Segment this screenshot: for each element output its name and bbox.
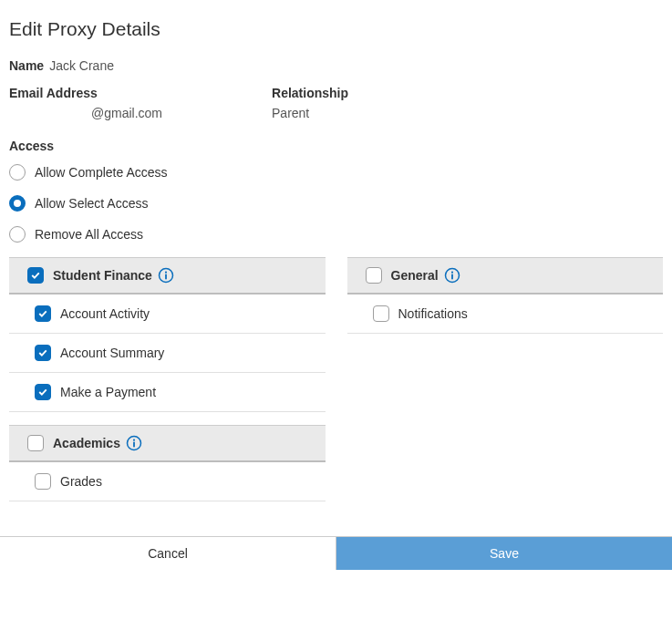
access-label: Access	[9, 139, 663, 153]
footer: Cancel Save	[0, 536, 672, 570]
checkbox-general[interactable]	[366, 267, 382, 284]
svg-point-7	[451, 272, 453, 274]
checkbox-make-payment[interactable]	[35, 384, 51, 400]
item-label: Make a Payment	[60, 385, 156, 399]
checkbox-grades[interactable]	[35, 473, 51, 490]
radio-icon	[9, 226, 26, 243]
item-make-payment: Make a Payment	[9, 373, 326, 412]
group-student-finance: Student Finance Account Activity Accoun	[9, 257, 326, 412]
radio-remove-access[interactable]: Remove All Access	[9, 226, 663, 243]
item-account-summary: Account Summary	[9, 334, 326, 373]
info-icon[interactable]	[444, 267, 460, 284]
checkbox-notifications[interactable]	[373, 305, 389, 322]
svg-point-4	[133, 439, 135, 441]
checkbox-academics[interactable]	[27, 435, 44, 451]
item-label: Notifications	[398, 306, 468, 321]
name-label: Name	[9, 58, 44, 73]
group-title: Academics	[53, 436, 120, 450]
info-icon[interactable]	[126, 435, 142, 451]
item-grades: Grades	[9, 462, 326, 501]
cancel-button[interactable]: Cancel	[0, 537, 336, 570]
group-header-general: General	[347, 257, 664, 294]
radio-select-access[interactable]: Allow Select Access	[9, 195, 663, 212]
item-notifications: Notifications	[347, 294, 664, 334]
email-label: Email Address	[9, 86, 157, 100]
item-account-activity: Account Activity	[9, 294, 326, 334]
email-col: Email Address @gmail.com	[9, 86, 162, 120]
radio-icon	[9, 164, 26, 181]
relationship-label: Relationship	[272, 86, 348, 100]
group-header-student-finance: Student Finance	[9, 257, 326, 294]
page-title: Edit Proxy Details	[9, 18, 663, 40]
radio-label: Allow Select Access	[35, 196, 149, 211]
svg-rect-8	[451, 274, 453, 280]
info-icon[interactable]	[158, 267, 174, 284]
item-label: Account Activity	[60, 306, 150, 321]
save-button[interactable]: Save	[336, 537, 672, 570]
svg-rect-2	[165, 274, 167, 280]
checkbox-account-activity[interactable]	[35, 305, 51, 322]
radio-label: Allow Complete Access	[35, 165, 168, 180]
svg-point-1	[165, 272, 167, 274]
radio-icon	[9, 195, 26, 212]
radio-label: Remove All Access	[35, 227, 143, 242]
group-academics: Academics Grades	[9, 425, 326, 501]
radio-complete-access[interactable]: Allow Complete Access	[9, 164, 663, 181]
email-value: @gmail.com	[91, 106, 162, 120]
svg-rect-5	[133, 442, 135, 448]
checkbox-account-summary[interactable]	[35, 345, 51, 361]
name-row: Name Jack Crane	[9, 58, 663, 73]
name-value: Jack Crane	[49, 58, 114, 73]
relationship-value: Parent	[272, 106, 354, 120]
group-header-academics: Academics	[9, 425, 326, 462]
group-title: General	[391, 268, 439, 283]
checkbox-student-finance[interactable]	[27, 267, 44, 284]
relationship-col: Relationship Parent	[272, 86, 354, 120]
group-title: Student Finance	[53, 268, 152, 283]
group-general: General Notifications	[347, 257, 664, 334]
item-label: Account Summary	[60, 346, 164, 360]
item-label: Grades	[60, 474, 102, 489]
